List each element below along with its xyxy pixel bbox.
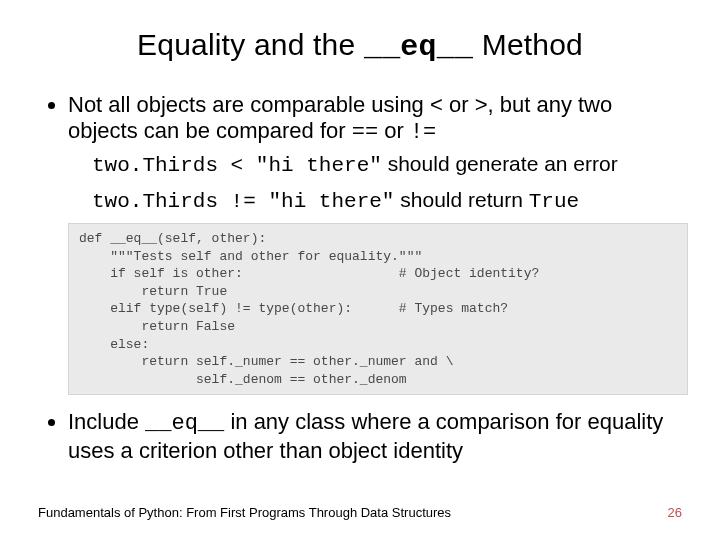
bullet-2: Include __eq__ in any class where a comp… bbox=[68, 409, 682, 464]
footer: Fundamentals of Python: From First Progr… bbox=[38, 505, 682, 520]
bullet-list-2: Include __eq__ in any class where a comp… bbox=[38, 409, 682, 464]
sub-line-2: two.Thirds != "hi there" should return T… bbox=[92, 187, 682, 215]
sub2-code: two.Thirds != "hi there" bbox=[92, 190, 394, 213]
bullet-list: Not all objects are comparable using < o… bbox=[38, 92, 682, 147]
title-method: __eq__ bbox=[364, 30, 473, 64]
slide-title: Equality and the __eq__ Method bbox=[38, 28, 682, 64]
title-suffix: Method bbox=[473, 28, 583, 61]
b1-t1: Not all objects are comparable using bbox=[68, 92, 430, 117]
b2-t1: Include bbox=[68, 409, 145, 434]
bullet-1: Not all objects are comparable using < o… bbox=[68, 92, 682, 147]
title-prefix: Equality and the bbox=[137, 28, 364, 61]
b2-method: __eq__ bbox=[145, 411, 224, 436]
b1-t4: or bbox=[378, 118, 410, 143]
sub1-rest: should generate an error bbox=[382, 152, 618, 175]
b1-t2: or bbox=[443, 92, 475, 117]
b1-op2: > bbox=[475, 92, 488, 117]
sub-line-1: two.Thirds < "hi there" should generate … bbox=[92, 151, 682, 179]
b1-op4: != bbox=[410, 120, 436, 145]
b1-op3: == bbox=[352, 120, 378, 145]
code-block: def __eq__(self, other): """Tests self a… bbox=[68, 223, 688, 395]
page-number: 26 bbox=[668, 505, 682, 520]
sub2-rest1: should return bbox=[394, 188, 528, 211]
sub1-code: two.Thirds < "hi there" bbox=[92, 154, 382, 177]
footer-text: Fundamentals of Python: From First Progr… bbox=[38, 505, 451, 520]
slide: Equality and the __eq__ Method Not all o… bbox=[0, 0, 720, 540]
b1-op1: < bbox=[430, 92, 443, 117]
sub2-val: True bbox=[529, 190, 579, 213]
